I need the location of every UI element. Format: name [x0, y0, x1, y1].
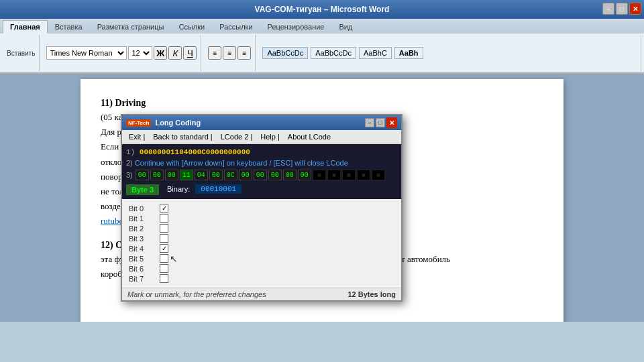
style-h1[interactable]: AaBhC	[359, 47, 392, 59]
bit1-label: Bit 1	[129, 215, 156, 223]
window-controls: – □ ✕	[602, 3, 641, 15]
align-left-btn[interactable]: ≡	[208, 46, 221, 60]
bit6-checkbox[interactable]	[160, 264, 168, 273]
bit2-checkbox[interactable]	[160, 224, 168, 233]
byte-selector[interactable]: Byte 3	[126, 184, 159, 195]
styles-group: AaBbCcDc AaBbCcDc AaBhC AaBh	[258, 35, 641, 71]
bit-row-1: Bit 1	[129, 213, 394, 223]
bit-row-2: Bit 2	[129, 223, 394, 233]
lcode-content: 1) 00000001104000C0000000000 2) Continue…	[122, 144, 401, 199]
tab-home[interactable]: Главная	[3, 20, 48, 34]
underline-btn[interactable]: Ч	[183, 46, 197, 60]
menu-about[interactable]: About LCode	[284, 131, 335, 142]
byte-11[interactable]: 00	[298, 170, 311, 180]
minimize-btn[interactable]: –	[602, 3, 614, 15]
lcode-title-buttons: – □ ✕	[365, 117, 397, 128]
bit4-checkbox[interactable]	[160, 244, 168, 253]
bit-row-5: Bit 5 ↖	[129, 253, 394, 263]
bit5-label: Bit 5	[129, 255, 156, 263]
tab-page-layout[interactable]: Разметка страницы	[90, 20, 172, 34]
lcode-title-left: NF-Tech Long Coding	[126, 119, 201, 127]
bit7-checkbox[interactable]	[160, 274, 168, 283]
font-selector[interactable]: Times New Roman	[46, 46, 127, 60]
bit2-label: Bit 2	[129, 225, 156, 233]
menu-help[interactable]: Help |	[256, 131, 284, 142]
byte-5[interactable]: 00	[209, 170, 223, 180]
window-title: VAG-COM-тигуан – Microsoft Word	[255, 5, 390, 14]
lcode-minimize-btn[interactable]: –	[365, 118, 374, 127]
lcode-line2: 2) Continue with [Arrow down] on keyboar…	[126, 158, 397, 168]
byte-1[interactable]: 00	[150, 170, 164, 180]
menu-exit[interactable]: Exit |	[125, 131, 149, 142]
bit1-checkbox[interactable]	[160, 214, 168, 223]
word-window: VAG-COM-тигуан – Microsoft Word – □ ✕ Гл…	[0, 0, 644, 362]
byte-6[interactable]: 0C	[224, 170, 237, 180]
bit4-label: Bit 4	[129, 245, 156, 253]
cursor-icon: ↖	[170, 253, 178, 264]
line2-text: Continue with [Arrow down] on keyboard /…	[135, 159, 348, 167]
bytes-row: 3) 00 00 00 11 04 00 0C 00 00 00 00 00 ■…	[126, 168, 397, 182]
byte-4[interactable]: 04	[195, 170, 208, 180]
bit-row-4: Bit 4	[129, 243, 394, 253]
lcode-titlebar: NF-Tech Long Coding – □ ✕	[122, 115, 401, 130]
bit3-label: Bit 3	[129, 235, 156, 243]
byte-2[interactable]: 00	[165, 170, 178, 180]
line1-val: 00000001104000C0000000000	[140, 148, 250, 156]
byte-ext-5: ■	[372, 170, 385, 180]
tab-insert[interactable]: Вставка	[48, 20, 90, 34]
title-bar: VAG-COM-тигуан – Microsoft Word – □ ✕	[0, 0, 644, 19]
line1-num: 1)	[126, 148, 135, 156]
nf-badge: NF-Tech	[126, 119, 151, 127]
menu-lcode2[interactable]: LCode 2 |	[217, 131, 257, 142]
byte-3[interactable]: 11	[180, 170, 193, 180]
byte-7[interactable]: 00	[239, 170, 252, 180]
tab-mailings[interactable]: Рассылки	[212, 20, 260, 34]
lcode-line1: 1) 00000001104000C0000000000	[126, 147, 397, 158]
style-h2[interactable]: AaBh	[394, 47, 423, 59]
byte-0[interactable]: 00	[136, 170, 149, 180]
bit-row-7: Bit 7	[129, 274, 394, 284]
tab-references[interactable]: Ссылки	[171, 20, 212, 34]
tab-view[interactable]: Вид	[332, 20, 360, 34]
bit5-checkbox[interactable]: ↖	[160, 254, 168, 263]
byte-ext-4: ■	[357, 170, 370, 180]
tab-review[interactable]: Рецензирование	[260, 20, 332, 34]
lcode-maximize-btn[interactable]: □	[376, 118, 385, 127]
align-right-btn[interactable]: ≡	[237, 46, 251, 60]
bit-row-3: Bit 3	[129, 233, 394, 243]
byte-binary-row: Byte 3 Binary: 00010001	[126, 182, 397, 196]
ribbon-bar: Вставить Times New Roman 12 Ж К Ч ≡ ≡ ≡	[0, 34, 644, 74]
byte-8[interactable]: 00	[254, 170, 267, 180]
close-btn[interactable]: ✕	[629, 3, 641, 15]
bit6-label: Bit 6	[129, 265, 156, 273]
bit-row-0: Bit 0	[129, 203, 394, 213]
byte-9[interactable]: 00	[268, 170, 282, 180]
style-normal[interactable]: AaBbCcDc	[262, 47, 308, 59]
lcode-footer: Mark or unmark, for the preferred change…	[122, 288, 401, 300]
byte-10[interactable]: 00	[283, 170, 297, 180]
menu-back-standard[interactable]: Back to standard |	[149, 131, 216, 142]
bold-btn[interactable]: Ж	[154, 46, 167, 60]
maximize-btn[interactable]: □	[616, 3, 628, 15]
bytes-label: 3)	[126, 171, 133, 179]
bit-row-6: Bit 6	[129, 263, 394, 274]
bit0-label: Bit 0	[129, 204, 156, 213]
line2-num: 2)	[126, 159, 133, 167]
para-group: ≡ ≡ ≡	[204, 35, 256, 71]
binary-label: Binary:	[167, 185, 190, 193]
ribbon-tabs: Главная Вставка Разметка страницы Ссылки…	[0, 19, 644, 34]
lcode-dialog: NF-Tech Long Coding – □ ✕ Exit | Back to…	[121, 114, 402, 302]
byte-ext-3: ■	[342, 170, 356, 180]
bit3-checkbox[interactable]	[160, 234, 168, 243]
lcode-close-btn[interactable]: ✕	[386, 117, 397, 128]
lcode-bits: Bit 0 Bit 1 Bit 2 Bit 3 Bit 4	[122, 199, 401, 288]
font-size-selector[interactable]: 12	[128, 46, 152, 60]
binary-val: 00010001	[195, 184, 241, 194]
bit0-checkbox[interactable]	[160, 204, 168, 213]
byte-ext-2: ■	[327, 170, 341, 180]
style-no-spacing[interactable]: AaBbCcDc	[311, 47, 356, 59]
italic-btn[interactable]: К	[168, 46, 182, 60]
footer-hint: Mark or unmark, for the preferred change…	[127, 290, 266, 298]
align-center-btn[interactable]: ≡	[223, 46, 236, 60]
paste-btn[interactable]: Вставить	[7, 50, 35, 57]
